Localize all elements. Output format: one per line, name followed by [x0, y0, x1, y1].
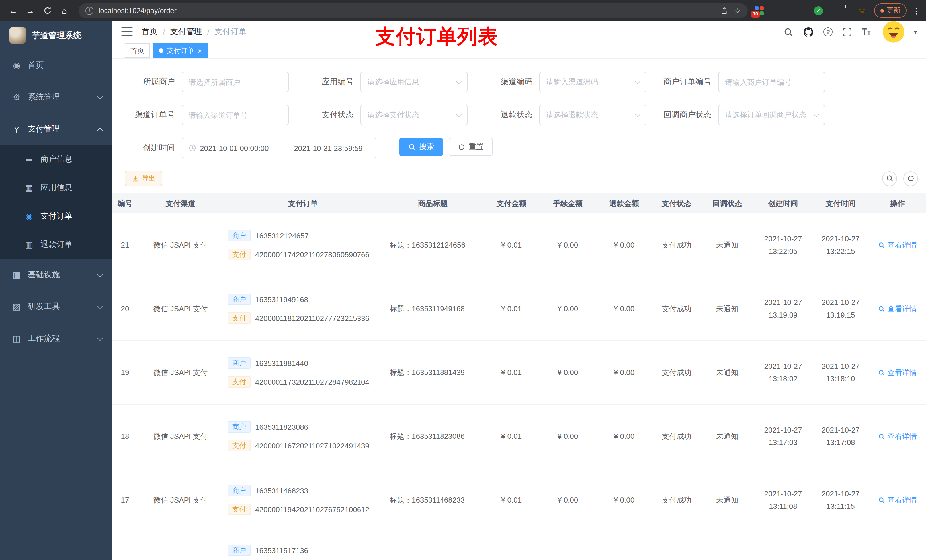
- extension-olive-icon[interactable]: [799, 6, 809, 15]
- date-end[interactable]: 2021-10-31 23:59:59: [294, 144, 363, 152]
- magnifier-icon: [878, 369, 885, 376]
- channel-order-no-field[interactable]: [189, 111, 282, 119]
- cell-notify-status: 未通知: [701, 213, 754, 276]
- breadcrumb-separator: /: [163, 27, 165, 36]
- browser-forward-icon[interactable]: →: [23, 3, 38, 18]
- tab-pay-order[interactable]: 支付订单 ×: [153, 43, 207, 58]
- view-detail-link[interactable]: 查看详情: [878, 240, 917, 250]
- browser-back-icon[interactable]: ←: [6, 3, 21, 18]
- breadcrumb-home[interactable]: 首页: [142, 27, 158, 37]
- breadcrumb: 首页 / 支付管理 / 支付订单: [142, 27, 247, 37]
- pay-no: 4200001181202110277723215336: [255, 314, 369, 322]
- search-toggle-button[interactable]: [882, 171, 897, 186]
- cell-notify-status: 未通知: [701, 277, 754, 340]
- filter-label: 应用编号: [298, 77, 360, 87]
- app-no-select[interactable]: 请选择应用信息: [360, 72, 468, 92]
- extension-check-icon[interactable]: ✓: [814, 6, 823, 15]
- sidebar-item-merchant-info[interactable]: ▤ 商户信息: [0, 145, 112, 174]
- breadcrumb-current: 支付订单: [215, 27, 247, 37]
- tab-home[interactable]: 首页: [125, 43, 150, 58]
- view-detail-link[interactable]: 查看详情: [878, 367, 917, 377]
- help-icon[interactable]: ?: [823, 27, 832, 36]
- filter-label: 渠道编码: [477, 77, 539, 87]
- refresh-button[interactable]: [903, 171, 918, 186]
- notify-status-select[interactable]: 请选择订单回调商户状态: [718, 105, 825, 125]
- merchant-no: 1635311823086: [255, 423, 308, 431]
- cell-id: 17: [112, 468, 138, 531]
- logo[interactable]: 芋道管理系统: [0, 21, 112, 50]
- search-icon[interactable]: [784, 27, 793, 37]
- close-icon[interactable]: ×: [198, 47, 202, 54]
- merchant-no: 1635312124657: [255, 231, 309, 240]
- channel-code-select[interactable]: 请输入渠道编码: [539, 72, 646, 92]
- logo-image: [9, 27, 26, 44]
- fullscreen-icon[interactable]: [842, 27, 852, 37]
- filter-app-no: 应用编号 请选择应用信息: [298, 72, 468, 92]
- merchant-tag: 商户: [228, 358, 251, 369]
- sidebar-item-dev-tools[interactable]: ▨ 研发工具: [0, 291, 112, 323]
- cell-pay-status: 支付成功: [653, 341, 701, 404]
- font-size-icon[interactable]: TT: [862, 27, 871, 37]
- pay-tag: 支付: [228, 312, 251, 324]
- share-icon[interactable]: [721, 7, 728, 14]
- sidebar-item-pay-order[interactable]: ◉ 支付订单: [0, 202, 112, 231]
- channel-order-no-input[interactable]: [182, 105, 289, 125]
- sidebar-item-refund-order[interactable]: ▥ 退款订单: [0, 231, 112, 259]
- refresh-icon: [907, 175, 914, 182]
- merchant-order-no-field[interactable]: [725, 78, 819, 86]
- extension-circle-icon[interactable]: [784, 6, 794, 15]
- document-icon: ▥: [24, 240, 34, 250]
- reset-button[interactable]: 重置: [449, 138, 493, 156]
- view-detail-link[interactable]: 查看详情: [878, 495, 917, 505]
- monitor-icon: ▣: [11, 270, 22, 280]
- sidebar-item-label: 工作流程: [28, 334, 60, 344]
- extension-drop-icon[interactable]: [769, 6, 779, 15]
- browser-home-icon[interactable]: ⌂: [57, 3, 72, 18]
- sidebar-item-workflow[interactable]: ◫ 工作流程: [0, 323, 112, 355]
- browser-update-button[interactable]: 更新: [874, 3, 906, 18]
- cell-amount: ¥ 0.01: [483, 405, 540, 468]
- view-detail-link[interactable]: 查看详情: [878, 303, 917, 314]
- date-range-input[interactable]: 2021-10-01 00:00:00 - 2021-10-31 23:59:5…: [182, 138, 377, 158]
- browser-menu-icon[interactable]: ⋮: [912, 6, 920, 15]
- avatar[interactable]: [883, 21, 904, 43]
- hamburger-icon[interactable]: [121, 27, 133, 36]
- dashboard-icon: ◉: [11, 60, 22, 71]
- sidebar-item-app-info[interactable]: ▦ 应用信息: [0, 174, 112, 202]
- sidebar: 芋道管理系统 ◉ 首页 ⚙ 系统管理 ¥ 支付管理 ▤ 商户信息: [0, 21, 112, 560]
- extension-green-icon[interactable]: [828, 6, 838, 15]
- url-text[interactable]: localhost:1024/pay/order: [98, 6, 716, 15]
- chevron-down-icon: [97, 335, 103, 341]
- sidebar-item-label: 退款订单: [41, 240, 72, 250]
- cell-refund: ¥ 0.00: [596, 277, 653, 340]
- address-bar[interactable]: i localhost:1024/pay/order ☆: [79, 3, 748, 18]
- extension-grid-icon[interactable]: 10: [755, 6, 764, 15]
- sidebar-item-system[interactable]: ⚙ 系统管理: [0, 82, 112, 113]
- sidebar-item-label: 首页: [28, 60, 44, 71]
- sidebar-item-payment[interactable]: ¥ 支付管理: [0, 113, 112, 145]
- emoji-extension-icon[interactable]: [858, 6, 867, 15]
- breadcrumb-section[interactable]: 支付管理: [170, 27, 202, 37]
- merchant-no: 1635311949168: [255, 295, 308, 303]
- view-detail-link[interactable]: 查看详情: [878, 431, 917, 441]
- export-button[interactable]: 导出: [125, 171, 162, 186]
- date-start[interactable]: 2021-10-01 00:00:00: [200, 144, 268, 152]
- cell-notify-status: 未通知: [701, 468, 754, 531]
- merchant-order-no-input[interactable]: [718, 72, 825, 92]
- merchant-input-field[interactable]: [189, 78, 282, 86]
- pin-icon[interactable]: [843, 6, 853, 15]
- sidebar-item-infrastructure[interactable]: ▣ 基础设施: [0, 259, 112, 291]
- merchant-input[interactable]: [182, 72, 289, 92]
- filter-create-time: 创建时间 2021-10-01 00:00:00 - 2021-10-31 23…: [119, 138, 377, 158]
- pay-status-select[interactable]: 请选择支付状态: [360, 105, 468, 125]
- filter-pay-status: 支付状态 请选择支付状态: [298, 105, 468, 125]
- search-button[interactable]: 搜索: [399, 138, 443, 156]
- sidebar-item-home[interactable]: ◉ 首页: [0, 50, 112, 82]
- refund-status-select[interactable]: 请选择退款状态: [539, 105, 646, 125]
- caret-down-icon[interactable]: ▾: [914, 29, 917, 35]
- cell-fee: ¥ 0.00: [540, 405, 596, 468]
- browser-reload-icon[interactable]: [40, 3, 54, 18]
- bookmark-star-icon[interactable]: ☆: [734, 6, 741, 15]
- github-icon[interactable]: [803, 26, 814, 37]
- site-info-icon[interactable]: i: [85, 6, 94, 15]
